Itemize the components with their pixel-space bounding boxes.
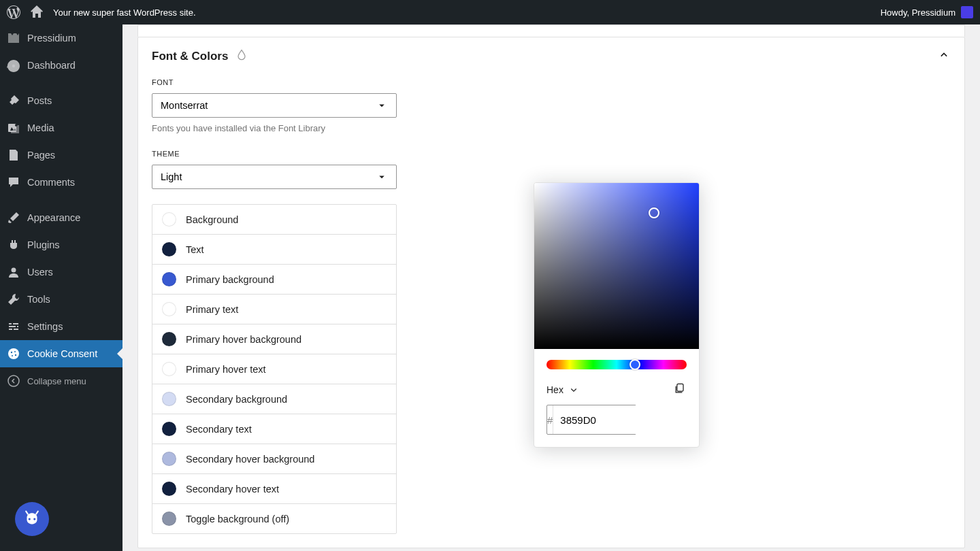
- brush-icon: [7, 211, 20, 224]
- color-swatch: [162, 392, 176, 406]
- howdy-text: Howdy, Pressidium: [881, 7, 956, 18]
- collapse-icon: [7, 374, 20, 388]
- sidebar-item-pages[interactable]: Pages: [0, 141, 122, 169]
- color-row[interactable]: Secondary hover text: [152, 474, 396, 504]
- plug-icon: [7, 238, 20, 252]
- admin-bar: Your new super fast WordPress site. Howd…: [0, 0, 980, 24]
- color-row[interactable]: Primary text: [152, 295, 396, 324]
- hue-slider[interactable]: [546, 360, 687, 369]
- format-select[interactable]: Hex: [546, 384, 580, 396]
- sidebar-item-cookie-consent[interactable]: Cookie Consent: [0, 340, 122, 367]
- color-label: Primary hover background: [186, 334, 301, 345]
- admin-sidebar: Pressidium Dashboard Posts Media Pages C…: [0, 24, 122, 551]
- svg-point-6: [14, 351, 16, 352]
- color-swatch: [162, 452, 176, 466]
- color-row[interactable]: Primary hover background: [152, 324, 396, 354]
- color-label: Secondary text: [186, 424, 252, 435]
- color-swatch: [162, 512, 176, 526]
- color-row[interactable]: Secondary hover background: [152, 444, 396, 474]
- pressidium-logo-icon: [7, 31, 20, 45]
- svg-point-4: [8, 348, 19, 359]
- color-row[interactable]: Primary hover text: [152, 354, 396, 384]
- mascot-icon: [22, 509, 42, 529]
- color-label: Primary background: [186, 274, 274, 285]
- chevron-down-icon: [568, 384, 580, 396]
- sidebar-item-label: Media: [27, 122, 54, 133]
- sidebar-item-label: Appearance: [27, 212, 80, 223]
- panel-header[interactable]: Font & Colors: [138, 37, 964, 76]
- svg-rect-10: [677, 384, 683, 391]
- wrench-icon: [7, 293, 20, 306]
- site-title-link[interactable]: Your new super fast WordPress site.: [53, 7, 196, 18]
- color-picker: Hex #: [534, 182, 700, 448]
- saturation-cursor[interactable]: [649, 207, 659, 218]
- color-label: Background: [186, 214, 238, 225]
- format-label: Hex: [546, 384, 564, 395]
- svg-point-3: [12, 268, 16, 273]
- svg-point-13: [33, 518, 35, 520]
- sidebar-item-posts[interactable]: Posts: [0, 87, 122, 114]
- color-swatch: [162, 212, 176, 227]
- svg-point-0: [12, 65, 15, 67]
- color-swatch: [162, 362, 176, 376]
- font-select-value: Montserrat: [161, 100, 208, 111]
- hex-input[interactable]: [553, 405, 696, 434]
- sidebar-item-users[interactable]: Users: [0, 258, 122, 286]
- pin-icon: [7, 94, 20, 107]
- svg-point-12: [29, 518, 31, 520]
- sidebar-item-pressidium[interactable]: Pressidium: [0, 24, 122, 52]
- saturation-area[interactable]: [534, 183, 700, 349]
- sidebar-item-tools[interactable]: Tools: [0, 286, 122, 313]
- panel-title: Font & Colors: [152, 50, 228, 63]
- color-label: Primary text: [186, 304, 238, 315]
- collapse-label: Collapse menu: [27, 376, 86, 386]
- color-row[interactable]: Secondary background: [152, 384, 396, 414]
- color-swatch: [162, 242, 176, 256]
- hue-cursor[interactable]: [630, 359, 640, 370]
- home-icon[interactable]: [30, 5, 44, 19]
- dashboard-icon: [7, 59, 20, 72]
- wp-logo-icon[interactable]: [7, 5, 20, 19]
- theme-select[interactable]: Light: [152, 165, 397, 189]
- sidebar-item-label: Cookie Consent: [27, 348, 97, 359]
- copy-button[interactable]: [673, 382, 687, 398]
- color-label: Secondary hover background: [186, 454, 314, 465]
- color-label: Text: [186, 244, 204, 255]
- sidebar-item-label: Comments: [27, 177, 75, 188]
- sidebar-item-dashboard[interactable]: Dashboard: [0, 52, 122, 79]
- color-swatch: [162, 272, 176, 286]
- svg-point-8: [15, 354, 16, 356]
- color-row[interactable]: Background: [152, 205, 396, 235]
- color-swatch: [162, 422, 176, 436]
- color-label: Secondary background: [186, 394, 287, 405]
- hash-prefix: #: [547, 405, 553, 434]
- user-avatar: [961, 6, 973, 18]
- sliders-icon: [7, 320, 20, 333]
- sidebar-item-label: Pressidium: [27, 33, 76, 44]
- floating-help-button[interactable]: [15, 502, 49, 536]
- svg-point-7: [12, 355, 13, 356]
- account-link[interactable]: Howdy, Pressidium: [881, 6, 973, 18]
- sidebar-item-media[interactable]: Media: [0, 114, 122, 141]
- theme-label: THEME: [152, 150, 951, 158]
- sidebar-item-plugins[interactable]: Plugins: [0, 231, 122, 258]
- collapse-menu-button[interactable]: Collapse menu: [0, 367, 122, 395]
- font-select[interactable]: Montserrat: [152, 93, 397, 118]
- chevron-down-icon: [376, 99, 388, 112]
- sidebar-item-label: Users: [27, 267, 53, 278]
- color-row[interactable]: Secondary text: [152, 414, 396, 444]
- font-hint: Fonts you have installed via the Font Li…: [152, 123, 951, 133]
- color-row[interactable]: Text: [152, 235, 396, 265]
- sidebar-item-label: Pages: [27, 150, 55, 161]
- color-swatch: [162, 332, 176, 346]
- sidebar-item-comments[interactable]: Comments: [0, 169, 122, 196]
- color-row[interactable]: Toggle background (off): [152, 504, 396, 533]
- cookie-icon: [7, 347, 20, 361]
- sidebar-item-appearance[interactable]: Appearance: [0, 204, 122, 231]
- sidebar-item-settings[interactable]: Settings: [0, 313, 122, 340]
- chevron-down-icon: [376, 171, 388, 183]
- color-label: Secondary hover text: [186, 484, 279, 495]
- color-row[interactable]: Primary background: [152, 265, 396, 295]
- sidebar-item-label: Posts: [27, 95, 52, 106]
- svg-point-5: [11, 352, 12, 353]
